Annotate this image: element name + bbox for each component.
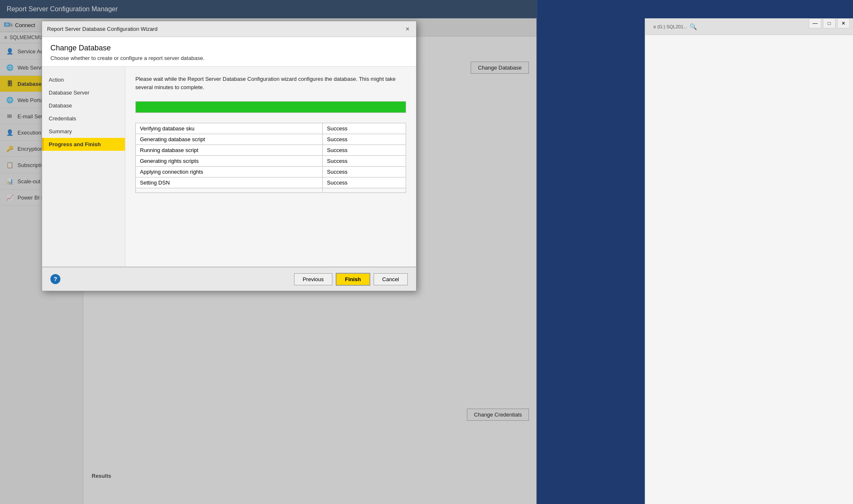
task-cell: Running database script xyxy=(136,145,323,156)
table-row: Applying connection rights Success xyxy=(136,167,406,177)
maximize-button[interactable]: □ xyxy=(823,18,836,28)
table-row: Verifying database sku Success xyxy=(136,123,406,134)
results-table: Verifying database sku Success Generatin… xyxy=(135,123,406,193)
search-icon: 🔍 xyxy=(690,23,697,30)
table-row: Generating database script Success xyxy=(136,134,406,145)
wizard-step-database-server[interactable]: Database Server xyxy=(42,86,125,99)
finish-button[interactable]: Finish xyxy=(336,273,370,286)
status-cell: Success xyxy=(323,123,406,134)
progress-bar-fill xyxy=(136,102,406,112)
minimize-button[interactable]: ― xyxy=(809,18,821,28)
status-cell xyxy=(323,188,406,193)
right-dark-panel: ― □ ✕ e (G:) SQL201... 🔍 xyxy=(536,0,853,504)
modal-dialog: Report Server Database Configuration Wiz… xyxy=(42,21,417,291)
status-cell: Success xyxy=(323,134,406,145)
help-icon[interactable]: ? xyxy=(50,274,60,284)
status-cell: Success xyxy=(323,145,406,156)
window-controls: ― □ ✕ xyxy=(809,18,850,28)
wizard-step-progress-finish[interactable]: Progress and Finish xyxy=(42,138,125,151)
wizard-step-action[interactable]: Action xyxy=(42,73,125,86)
wizard-steps-list: ActionDatabase ServerDatabaseCredentials… xyxy=(42,73,125,151)
modal-header: Change Database Choose whether to create… xyxy=(42,37,416,67)
modal-body: ActionDatabase ServerDatabaseCredentials… xyxy=(42,67,416,267)
table-row: Generating rights scripts Success xyxy=(136,156,406,167)
status-cell: Success xyxy=(323,156,406,167)
task-cell: Generating rights scripts xyxy=(136,156,323,167)
modal-close-button[interactable]: × xyxy=(404,25,411,33)
wizard-step-credentials[interactable]: Credentials xyxy=(42,112,125,125)
table-row xyxy=(136,188,406,193)
wizard-steps: ActionDatabase ServerDatabaseCredentials… xyxy=(42,67,125,267)
wizard-step-database[interactable]: Database xyxy=(42,99,125,112)
address-label: e (G:) SQL201... xyxy=(653,24,687,29)
task-cell xyxy=(136,188,323,193)
modal-header-subtitle: Choose whether to create or configure a … xyxy=(50,55,408,61)
wizard-step-summary[interactable]: Summary xyxy=(42,125,125,138)
progress-description: Please wait while the Report Server Data… xyxy=(135,75,406,91)
table-row: Setting DSN Success xyxy=(136,177,406,188)
modal-header-title: Change Database xyxy=(50,44,408,52)
cancel-button[interactable]: Cancel xyxy=(374,273,408,285)
modal-title: Report Server Database Configuration Wiz… xyxy=(47,26,157,32)
task-cell: Applying connection rights xyxy=(136,167,323,177)
task-cell: Generating database script xyxy=(136,134,323,145)
table-row: Running database script Success xyxy=(136,145,406,156)
app-window: Report Server Configuration Manager Conn… xyxy=(0,0,537,504)
task-cell: Setting DSN xyxy=(136,177,323,188)
wizard-content: Please wait while the Report Server Data… xyxy=(125,67,416,267)
modal-titlebar: Report Server Database Configuration Wiz… xyxy=(42,21,416,37)
modal-footer: ? Previous Finish Cancel xyxy=(42,267,416,291)
footer-help: ? xyxy=(50,274,60,284)
previous-button[interactable]: Previous xyxy=(294,273,333,285)
close-app-button[interactable]: ✕ xyxy=(837,18,850,28)
status-cell: Success xyxy=(323,177,406,188)
progress-bar-container xyxy=(135,101,406,113)
status-cell: Success xyxy=(323,167,406,177)
task-cell: Verifying database sku xyxy=(136,123,323,134)
results-table-body: Verifying database sku Success Generatin… xyxy=(136,123,406,193)
